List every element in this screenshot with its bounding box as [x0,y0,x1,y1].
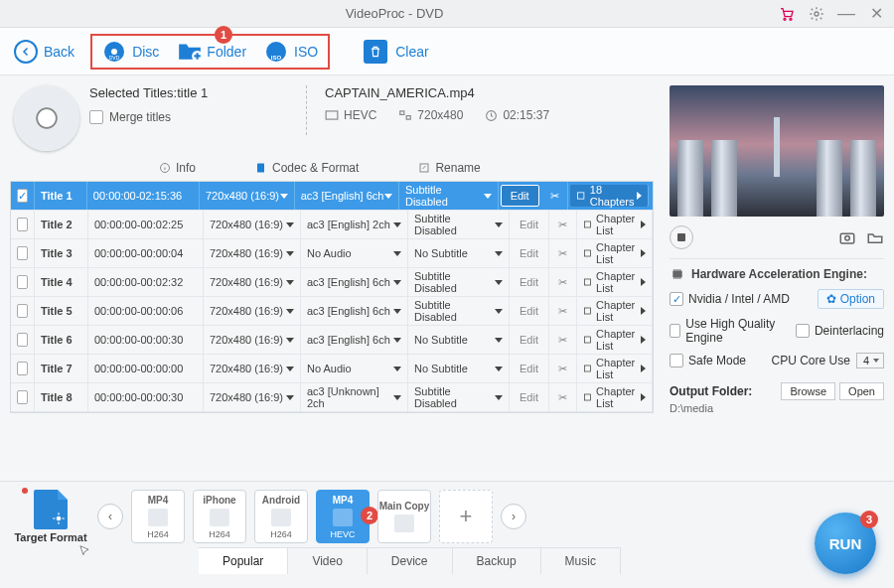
row-edit-button[interactable]: Edit [510,239,549,267]
row-resolution-select[interactable]: 720x480 (16:9) [204,355,301,382]
category-tab[interactable]: Backup [453,548,541,574]
row-subtitle-select[interactable]: No Subtitle [408,355,510,382]
row-audio-select[interactable]: No Audio [301,355,408,382]
title-row[interactable]: Title 500:00:00-00:00:06720x480 (16:9)ac… [11,297,653,326]
title-row[interactable]: Title 600:00:00-00:00:30720x480 (16:9)ac… [11,326,653,355]
row-edit-button[interactable]: Edit [510,355,549,382]
run-button[interactable]: RUN 3 [815,513,876,574]
option-button[interactable]: ✿Option [818,289,884,309]
cpu-core-select[interactable]: 4 [856,353,884,368]
scissors-icon[interactable]: ✂ [549,239,577,267]
row-subtitle-select[interactable]: Subtitle Disabled [408,383,510,411]
row-subtitle-select[interactable]: Subtitle Disabled [408,297,510,325]
cart-icon[interactable] [779,6,795,22]
row-resolution-select[interactable]: 720x480 (16:9) [204,239,301,267]
scissors-icon[interactable]: ✂ [549,355,577,382]
title-row[interactable]: Title 100:00:00-02:15:36720x480 (16:9)ac… [11,182,653,211]
tab-rename[interactable]: Rename [418,161,480,175]
row-audio-select[interactable]: ac3 [English] 2ch [301,211,408,238]
format-card[interactable]: Main Copy [377,490,431,543]
tab-info[interactable]: Info [159,161,196,175]
row-chapter-button[interactable]: Chapter List [577,268,653,296]
open-folder-icon[interactable] [866,229,884,245]
title-row[interactable]: Title 400:00:00-00:02:32720x480 (16:9)ac… [11,268,653,297]
format-card[interactable]: MP4HEVC2 [316,490,370,543]
back-button[interactable]: Back [14,40,74,64]
format-next-button[interactable]: › [501,504,526,529]
scissors-icon[interactable]: ✂ [549,268,577,296]
row-checkbox[interactable] [11,326,35,354]
row-checkbox[interactable] [11,383,35,411]
row-checkbox[interactable] [11,268,35,296]
merge-titles-checkbox[interactable]: Merge titles [89,110,288,124]
scissors-icon[interactable]: ✂ [549,211,577,238]
folder-button[interactable]: Folder [177,40,246,64]
hw-vendors-checkbox[interactable]: Nvidia / Intel / AMD [670,292,790,306]
row-resolution-select[interactable]: 720x480 (16:9) [204,211,301,238]
row-resolution-select[interactable]: 720x480 (16:9) [200,182,295,210]
row-audio-select[interactable]: ac3 [English] 6ch [301,297,408,325]
row-resolution-select[interactable]: 720x480 (16:9) [204,326,301,354]
row-audio-select[interactable]: ac3 [Unknown] 2ch [301,383,408,411]
row-resolution-select[interactable]: 720x480 (16:9) [204,383,301,411]
title-row[interactable]: Title 300:00:00-00:00:04720x480 (16:9)No… [11,239,653,268]
format-card[interactable]: MP4H264 [131,490,185,543]
deinterlacing-checkbox[interactable]: Deinterlacing [796,324,884,338]
browse-button[interactable]: Browse [781,382,835,400]
row-checkbox[interactable] [11,297,35,325]
safe-mode-checkbox[interactable]: Safe Mode [670,354,746,368]
category-tab[interactable]: Device [368,548,453,574]
snapshot-icon[interactable] [838,229,856,245]
scissors-icon[interactable]: ✂ [549,326,577,354]
minimize-icon[interactable]: — [838,6,854,22]
category-tab[interactable]: Popular [199,548,288,574]
format-prev-button[interactable]: ‹ [97,504,123,529]
gear-icon[interactable] [809,6,824,22]
format-card[interactable]: iPhoneH264 [193,490,246,543]
row-chapter-button[interactable]: Chapter List [577,211,653,238]
row-resolution-select[interactable]: 720x480 (16:9) [204,297,301,325]
row-subtitle-select[interactable]: No Subtitle [408,326,510,354]
clear-button[interactable]: Clear [364,40,428,64]
stop-button[interactable] [670,225,693,249]
row-edit-button[interactable]: Edit [510,383,549,411]
hq-engine-checkbox[interactable]: Use High Quality Engine [670,317,786,345]
row-edit-button[interactable]: Edit [510,297,549,325]
row-resolution-select[interactable]: 720x480 (16:9) [204,268,301,296]
row-audio-select[interactable]: No Audio [301,239,408,267]
row-chapter-button[interactable]: Chapter List [577,383,653,411]
row-chapter-button[interactable]: 18 Chapters [570,185,649,207]
title-row[interactable]: Title 700:00:00-00:00:00720x480 (16:9)No… [11,355,653,383]
title-row[interactable]: Title 800:00:00-00:00:30720x480 (16:9)ac… [11,383,653,412]
category-tab[interactable]: Music [541,548,621,574]
row-subtitle-select[interactable]: Subtitle Disabled [399,182,499,210]
title-row[interactable]: Title 200:00:00-00:02:25720x480 (16:9)ac… [11,211,653,239]
close-icon[interactable]: ✕ [868,6,884,22]
category-tab[interactable]: Video [288,548,367,574]
row-subtitle-select[interactable]: Subtitle Disabled [408,211,510,238]
format-add-button[interactable]: + [439,490,493,543]
tab-codec[interactable]: Codec & Format [255,161,359,175]
row-subtitle-select[interactable]: Subtitle Disabled [408,268,510,296]
open-button[interactable]: Open [839,382,884,400]
row-edit-button[interactable]: Edit [501,185,539,207]
scissors-icon[interactable]: ✂ [549,383,577,411]
row-edit-button[interactable]: Edit [510,268,549,296]
iso-button[interactable]: ISO ISO [264,40,318,64]
row-audio-select[interactable]: ac3 [English] 6ch [301,268,408,296]
disc-button[interactable]: DVD Disc [102,40,159,64]
row-edit-button[interactable]: Edit [510,211,549,238]
scissors-icon[interactable]: ✂ [541,182,569,210]
row-audio-select[interactable]: ac3 [English] 6ch [295,182,399,210]
row-chapter-button[interactable]: Chapter List [577,326,653,354]
format-card[interactable]: AndroidH264 [254,490,308,543]
row-chapter-button[interactable]: Chapter List [577,297,653,325]
row-chapter-button[interactable]: Chapter List [577,355,653,382]
row-checkbox[interactable] [11,211,35,238]
row-checkbox[interactable] [11,239,35,267]
target-format-block[interactable]: Target Format [12,490,89,543]
row-checkbox[interactable] [11,355,35,382]
row-chapter-button[interactable]: Chapter List [577,239,653,267]
title-list[interactable]: Title 100:00:00-02:15:36720x480 (16:9)ac… [10,181,654,413]
row-subtitle-select[interactable]: No Subtitle [408,239,510,267]
